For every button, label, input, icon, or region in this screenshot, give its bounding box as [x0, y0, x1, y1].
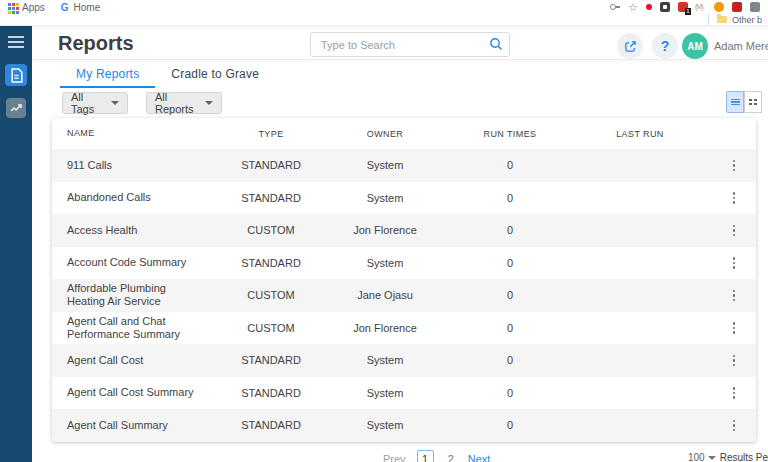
table-row[interactable]: Agent Call and Chat Performance Summary …: [52, 312, 756, 345]
tags-filter-value: All Tags: [71, 91, 105, 115]
screenshot-icon[interactable]: [750, 2, 760, 12]
report-run-times: 0: [440, 419, 580, 431]
row-menu-button[interactable]: [730, 384, 739, 402]
document-icon: [10, 68, 23, 83]
table-row[interactable]: Access Health CUSTOM Jon Florence 0: [52, 214, 756, 247]
row-menu-button[interactable]: [730, 417, 739, 435]
report-run-times: 0: [440, 289, 580, 301]
search-input[interactable]: [310, 32, 510, 57]
tab-bar: My Reports Cradle to Grave: [60, 63, 275, 85]
browser-chrome: Apps Home 1 Other b: [0, 0, 768, 26]
extensions-icon[interactable]: 1: [678, 2, 688, 12]
search-box: [310, 32, 510, 57]
table-row[interactable]: Abandoned Calls STANDARD System 0: [52, 182, 756, 215]
folder-icon: [717, 16, 727, 23]
page-button-1[interactable]: 1: [417, 450, 434, 462]
table-row[interactable]: 911 Calls STANDARD System 0: [52, 149, 756, 182]
question-mark-icon: ?: [661, 38, 670, 54]
cast-icon[interactable]: [696, 2, 706, 12]
table-row[interactable]: Affordable Plumbing Heating Air Service …: [52, 279, 756, 312]
row-menu-button[interactable]: [730, 157, 739, 175]
column-header-type[interactable]: TYPE: [212, 129, 330, 139]
prev-page-button[interactable]: Prev: [383, 453, 406, 462]
table-row[interactable]: Agent Call Cost Summary STANDARD System …: [52, 377, 756, 410]
column-header-owner[interactable]: OWNER: [330, 129, 440, 139]
bookmark-home[interactable]: Home: [61, 2, 100, 13]
report-type: CUSTOM: [212, 289, 330, 301]
avatar-initials: AM: [687, 41, 703, 52]
menu-icon[interactable]: [8, 36, 24, 48]
page-size-value: 100: [688, 452, 705, 462]
report-name: Agent Call Cost Summary: [52, 383, 212, 402]
column-header-run-times[interactable]: RUN TIMES: [440, 129, 580, 139]
page-size-dropdown[interactable]: 100: [688, 452, 716, 462]
external-link-icon: [624, 40, 637, 53]
list-view-button[interactable]: [726, 91, 744, 113]
reports-filter-value: All Reports: [155, 91, 199, 115]
report-owner: System: [330, 419, 440, 431]
reports-table: NAME TYPE OWNER RUN TIMES LAST RUN 911 C…: [52, 118, 756, 442]
sidebar-item-reports[interactable]: [5, 64, 27, 86]
view-toggle: [726, 91, 762, 113]
shield-icon[interactable]: [660, 2, 670, 12]
report-name: Agent Call Summary: [52, 416, 212, 435]
report-owner: System: [330, 354, 440, 366]
tab-my-reports[interactable]: My Reports: [60, 63, 155, 85]
bookmark-home-label: Home: [74, 2, 101, 13]
help-button[interactable]: ?: [652, 33, 678, 59]
row-menu-button[interactable]: [730, 319, 739, 337]
table-row[interactable]: Account Code Summary STANDARD System 0: [52, 247, 756, 280]
search-icon[interactable]: [489, 37, 503, 51]
list-icon: [731, 97, 740, 106]
results-per-page: 100 Results Per Page: [688, 452, 768, 462]
star-icon[interactable]: [628, 2, 638, 12]
assistant-icon[interactable]: [714, 2, 724, 12]
report-name: Affordable Plumbing Heating Air Service: [52, 279, 212, 311]
row-menu-button[interactable]: [730, 254, 739, 272]
pdf-icon[interactable]: [732, 2, 742, 12]
column-header-last-run[interactable]: LAST RUN: [580, 129, 700, 139]
report-name: 911 Calls: [52, 156, 212, 175]
tab-cradle-to-grave[interactable]: Cradle to Grave: [155, 63, 275, 85]
key-icon[interactable]: [610, 2, 620, 12]
table-row[interactable]: Agent Call Cost STANDARD System 0: [52, 344, 756, 377]
row-menu-button[interactable]: [730, 222, 739, 240]
report-type: STANDARD: [212, 387, 330, 399]
report-name: Access Health: [52, 221, 212, 240]
apps-grid-icon: [8, 3, 11, 6]
report-run-times: 0: [440, 354, 580, 366]
grid-view-button[interactable]: [744, 91, 762, 113]
row-menu-button[interactable]: [730, 287, 739, 305]
report-type: CUSTOM: [212, 224, 330, 236]
row-menu-button[interactable]: [730, 189, 739, 207]
sidebar-item-analytics[interactable]: [6, 98, 26, 118]
page-buttons: 12: [417, 450, 457, 462]
report-type: STANDARD: [212, 192, 330, 204]
table-header: NAME TYPE OWNER RUN TIMES LAST RUN: [52, 118, 756, 149]
report-run-times: 0: [440, 387, 580, 399]
page-title: Reports: [58, 32, 134, 55]
report-type: CUSTOM: [212, 322, 330, 334]
other-bookmarks[interactable]: Other b: [708, 14, 762, 25]
bookmarks-bar: Apps Home: [8, 2, 100, 13]
reports-filter-dropdown[interactable]: All Reports: [146, 92, 222, 114]
report-owner: Jon Florence: [330, 224, 440, 236]
tags-filter-dropdown[interactable]: All Tags: [62, 92, 128, 114]
column-header-name[interactable]: NAME: [52, 124, 212, 143]
report-run-times: 0: [440, 322, 580, 334]
report-type: STANDARD: [212, 419, 330, 431]
open-external-button[interactable]: [617, 33, 643, 59]
opera-icon[interactable]: [646, 4, 652, 10]
chevron-down-icon: [205, 101, 213, 105]
avatar[interactable]: AM: [682, 33, 708, 59]
table-body: 911 Calls STANDARD System 0 Abandoned Ca…: [52, 149, 756, 442]
report-type: STANDARD: [212, 257, 330, 269]
page-button-2[interactable]: 2: [445, 452, 457, 462]
row-menu-button[interactable]: [730, 352, 739, 370]
next-page-button[interactable]: Next: [468, 453, 491, 462]
table-row[interactable]: Agent Call Summary STANDARD System 0: [52, 409, 756, 442]
other-bookmarks-label: Other b: [732, 15, 762, 25]
main-content: Reports ? AM Adam Meredith My Reports Cr…: [32, 26, 768, 462]
user-name: Adam Meredith: [714, 40, 768, 52]
bookmark-apps[interactable]: Apps: [8, 2, 45, 13]
